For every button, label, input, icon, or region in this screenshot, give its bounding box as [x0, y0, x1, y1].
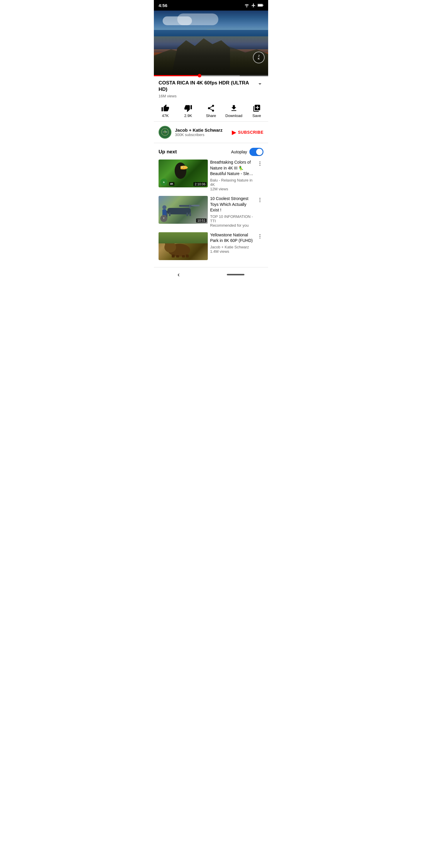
- channel-info: Jacob + Katie Schwarz 300K subscribers ▶…: [154, 122, 268, 143]
- svg-rect-17: [189, 213, 191, 216]
- dislike-count: 2.9K: [184, 114, 192, 118]
- 4k-badge: 4K: [169, 182, 174, 186]
- svg-point-24: [259, 199, 260, 200]
- thumb-toys: T 10:51: [159, 196, 208, 224]
- channel-name: Jacob + Katie Schwarz: [175, 128, 232, 132]
- video-channel-1: Balu - Relaxing Nature in 4K: [210, 178, 254, 187]
- expand-icon[interactable]: [256, 80, 263, 87]
- duration-badge-2: 10:51: [196, 218, 206, 223]
- svg-rect-2: [258, 4, 262, 6]
- status-icons: [244, 3, 263, 8]
- svg-point-7: [259, 162, 260, 162]
- svg-point-33: [259, 236, 260, 237]
- thumb-yellowstone: [159, 232, 208, 260]
- video-views: 16M views: [159, 94, 263, 98]
- video-info: COSTA RICA IN 4K 60fps HDR (ULTRA HD) 16…: [154, 76, 268, 101]
- subscribe-button[interactable]: ▶ SUBSCRIBE: [232, 129, 263, 136]
- bottom-nav: ‹: [154, 267, 268, 282]
- svg-rect-1: [263, 5, 263, 6]
- video-title: COSTA RICA IN 4K 60fps HDR (ULTRA HD): [159, 80, 254, 93]
- recommendation-item-3[interactable]: Yellowstone National Park in 8K 60P (FUH…: [154, 232, 268, 265]
- battery-icon: [258, 3, 263, 7]
- wifi-icon: [244, 3, 249, 7]
- channel-subscribers: 300K subscribers: [175, 132, 232, 137]
- svg-point-6: [183, 167, 183, 167]
- up-next-header: Up next Autoplay: [154, 143, 268, 159]
- video-title-3: Yellowstone National Park in 8K 60P (FUH…: [210, 232, 254, 244]
- autoplay-label: Autoplay: [231, 150, 247, 154]
- recommendation-item-1[interactable]: N 4K 2:10:06 Breathtaking Colors of Natu…: [154, 159, 268, 196]
- more-options-button-3[interactable]: [256, 233, 263, 240]
- status-time: 4:56: [159, 3, 167, 8]
- svg-point-19: [162, 205, 166, 209]
- up-next-label: Up next: [159, 149, 177, 155]
- channel-text: Jacob + Katie Schwarz 300K subscribers: [175, 128, 232, 137]
- home-indicator[interactable]: [227, 274, 245, 275]
- dislike-button[interactable]: 2.9K: [180, 104, 197, 118]
- svg-rect-31: [186, 254, 189, 257]
- download-button[interactable]: Download: [225, 104, 242, 118]
- airplane-icon: [251, 3, 256, 8]
- video-meta-3: Yellowstone National Park in 8K 60P (FUH…: [210, 232, 254, 254]
- svg-rect-30: [182, 255, 185, 257]
- autoplay-container: Autoplay: [231, 148, 263, 156]
- video-views-1: 12M views: [210, 187, 254, 191]
- video-title-1: Breathtaking Colors of Nature in 4K III …: [210, 159, 254, 177]
- video-title-2: 10 Coolest Strongest Toys Which Actually…: [210, 196, 254, 213]
- subscribe-label: SUBSCRIBE: [238, 130, 263, 134]
- svg-rect-29: [176, 255, 179, 257]
- channel-badge-nature: N: [160, 179, 167, 186]
- status-bar: 4:56: [154, 0, 268, 10]
- video-views-2: Recommended for you: [210, 223, 254, 227]
- dislike-icon: [184, 104, 192, 112]
- save-icon: [253, 104, 261, 112]
- video-meta-1: Breathtaking Colors of Nature in 4K III …: [210, 159, 254, 191]
- channel-avatar[interactable]: [159, 126, 171, 139]
- more-options-button-1[interactable]: [256, 160, 263, 167]
- svg-rect-28: [172, 254, 175, 257]
- download-label: Download: [225, 114, 242, 118]
- svg-point-23: [259, 198, 260, 198]
- like-count: 47K: [162, 114, 168, 118]
- video-views-3: 1.4M views: [210, 249, 254, 254]
- share-button[interactable]: Share: [202, 104, 220, 118]
- action-buttons: 47K 2.9K Share Download: [154, 101, 268, 122]
- duration-badge-1: 2:10:06: [193, 182, 206, 186]
- share-label: Share: [206, 114, 216, 118]
- svg-rect-12: [189, 205, 191, 209]
- youtube-icon: ▶: [232, 129, 236, 136]
- svg-point-8: [259, 163, 260, 164]
- thumb-nature: N 4K 2:10:06: [159, 159, 208, 187]
- back-button[interactable]: ‹: [177, 271, 180, 279]
- save-label: Save: [252, 114, 261, 118]
- svg-point-9: [259, 165, 260, 166]
- autoplay-toggle[interactable]: [249, 148, 263, 156]
- like-icon: [161, 104, 169, 112]
- svg-rect-16: [186, 213, 188, 216]
- svg-point-25: [259, 201, 260, 202]
- recommendation-item-2[interactable]: T 10:51 10 Coolest Strongest Toys Which …: [154, 196, 268, 232]
- video-meta-2: 10 Coolest Strongest Toys Which Actually…: [210, 196, 254, 227]
- svg-point-4: [175, 162, 186, 179]
- channel-badge-toys: T: [160, 215, 167, 222]
- video-thumbnail[interactable]: JK: [154, 10, 268, 75]
- svg-rect-15: [169, 213, 170, 216]
- more-options-button-2[interactable]: [256, 196, 263, 204]
- share-icon: [207, 104, 215, 112]
- video-channel-2: TOP 10 INFORMATION - TTI: [210, 214, 254, 223]
- channel-watermark: JK: [253, 52, 265, 63]
- progress-bar[interactable]: [154, 75, 268, 76]
- svg-point-32: [259, 234, 260, 235]
- toggle-knob: [256, 149, 263, 155]
- video-channel-3: Jacob + Katie Schwarz: [210, 245, 254, 249]
- save-button[interactable]: Save: [248, 104, 265, 118]
- like-button[interactable]: 47K: [157, 104, 174, 118]
- download-icon: [230, 104, 238, 112]
- svg-point-34: [259, 238, 260, 239]
